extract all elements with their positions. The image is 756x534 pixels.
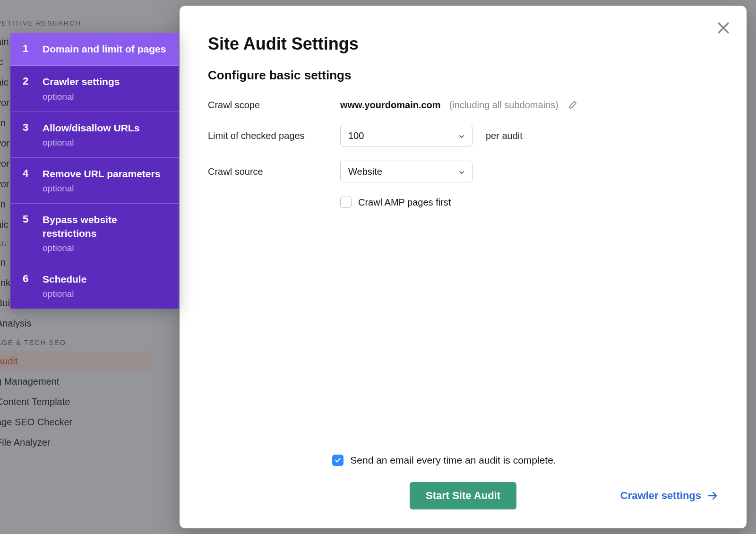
step-title: Domain and limit of pages: [43, 43, 166, 56]
step-title: Bypass website restrictions: [43, 213, 166, 240]
step-number: 6: [23, 273, 31, 299]
email-label: Send an email every time an audit is com…: [350, 455, 556, 466]
step-title: Remove URL parameters: [43, 167, 160, 181]
wizard-steps-panel: 1 Domain and limit of pages 2 Crawler se…: [10, 33, 179, 309]
crawl-scope-note: (including all subdomains): [449, 100, 558, 111]
amp-label: Crawl AMP pages first: [358, 197, 451, 208]
step-bypass-restrictions[interactable]: 5 Bypass website restrictions optional: [10, 204, 179, 263]
modal-subtitle: Configure basic settings: [208, 68, 718, 83]
source-row: Crawl source Website: [208, 161, 718, 182]
step-allow-disallow-urls[interactable]: 3 Allow/disallow URLs optional: [10, 112, 179, 158]
start-site-audit-button[interactable]: Start Site Audit: [410, 482, 516, 509]
email-row: Send an email every time an audit is com…: [170, 455, 718, 466]
modal-title: Site Audit Settings: [208, 34, 718, 54]
limit-row: Limit of checked pages 100 per audit: [208, 125, 718, 146]
pencil-icon[interactable]: [567, 100, 577, 111]
step-remove-url-params[interactable]: 4 Remove URL parameters optional: [10, 158, 179, 204]
step-optional: optional: [43, 138, 139, 148]
limit-select[interactable]: 100: [340, 125, 472, 146]
crawl-scope-domain: www.yourdomain.com: [340, 100, 441, 111]
amp-row: Crawl AMP pages first: [340, 197, 718, 208]
step-number: 3: [23, 121, 31, 148]
site-audit-settings-modal: Site Audit Settings Configure basic sett…: [180, 6, 747, 528]
crawler-link-label: Crawler settings: [620, 490, 701, 502]
step-number: 1: [23, 43, 31, 56]
step-optional: optional: [43, 243, 166, 253]
source-label: Crawl source: [208, 166, 340, 177]
source-value: Website: [348, 166, 382, 177]
arrow-right-icon: [707, 490, 718, 501]
close-icon[interactable]: [715, 20, 731, 36]
crawl-scope-row: Crawl scope www.yourdomain.com (includin…: [208, 100, 718, 111]
limit-label: Limit of checked pages: [208, 130, 340, 141]
step-number: 4: [23, 167, 31, 194]
chevron-down-icon: [458, 168, 465, 175]
crawl-scope-label: Crawl scope: [208, 100, 340, 111]
step-title: Allow/disallow URLs: [43, 121, 139, 135]
step-number: 2: [23, 75, 31, 102]
amp-checkbox[interactable]: [340, 197, 352, 208]
step-title: Crawler settings: [43, 75, 120, 88]
step-schedule[interactable]: 6 Schedule optional: [10, 263, 179, 309]
limit-suffix: per audit: [486, 130, 523, 141]
crawler-settings-link[interactable]: Crawler settings: [620, 490, 718, 502]
source-select[interactable]: Website: [340, 161, 472, 182]
step-optional: optional: [43, 183, 160, 194]
chevron-down-icon: [458, 132, 465, 139]
step-optional: optional: [43, 92, 120, 102]
step-crawler-settings[interactable]: 2 Crawler settings optional: [10, 66, 179, 112]
step-number: 5: [23, 213, 31, 253]
step-optional: optional: [43, 289, 86, 299]
step-title: Schedule: [43, 273, 86, 286]
limit-value: 100: [348, 130, 364, 141]
email-checkbox[interactable]: [332, 455, 344, 466]
step-domain-limit[interactable]: 1 Domain and limit of pages: [10, 33, 179, 66]
